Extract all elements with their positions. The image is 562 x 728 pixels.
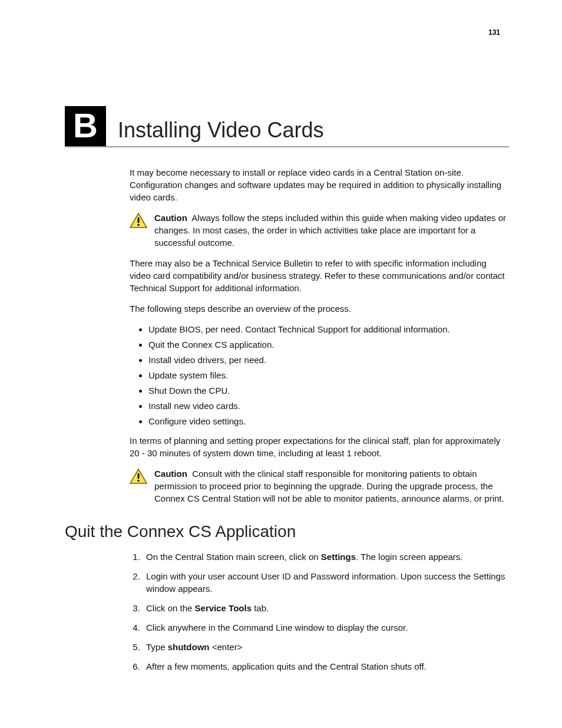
step-text: tab.	[252, 603, 269, 613]
list-item: Shut Down the CPU.	[148, 384, 509, 397]
overview-bullet-list: Update BIOS, per need. Contact Technical…	[130, 323, 509, 427]
planning-paragraph: In terms of planning and setting proper …	[130, 434, 509, 459]
caution-block-2: Caution Consult with the clinical staff …	[130, 467, 509, 505]
step-text: Click on the	[146, 603, 195, 613]
chapter-header: B Installing Video Cards	[65, 106, 509, 147]
steps-list: On the Central Station main screen, clic…	[130, 551, 509, 673]
step-bold: Service Tools	[195, 603, 252, 613]
step-text: . The login screen appears.	[356, 552, 463, 562]
list-item: Configure video settings.	[148, 415, 509, 427]
caution-text-2: Caution Consult with the clinical staff …	[154, 467, 509, 505]
caution-text-1: Caution Always follow the steps included…	[154, 212, 509, 249]
chapter-badge: B	[65, 106, 106, 146]
step-text: On the Central Station main screen, clic…	[146, 552, 321, 562]
list-item: Update system files.	[148, 369, 509, 381]
step-bold: Settings	[321, 552, 356, 562]
caution-block-1: Caution Always follow the steps included…	[130, 212, 509, 249]
step-item: Click anywhere in the Command Line windo…	[143, 621, 509, 634]
svg-rect-4	[138, 473, 140, 479]
step-item: After a few moments, application quits a…	[143, 660, 509, 673]
caution-icon	[130, 469, 147, 487]
caution-body: Always follow the steps included within …	[154, 213, 506, 248]
step-text: Type	[146, 642, 168, 652]
step-bold: shutdown	[168, 642, 210, 652]
document-page: 131 B Installing Video Cards It may beco…	[0, 0, 562, 715]
step-text: <enter>	[210, 642, 243, 652]
svg-rect-5	[138, 480, 140, 482]
steps-content: On the Central Station main screen, clic…	[130, 551, 509, 673]
svg-rect-2	[138, 224, 140, 226]
caution-icon	[130, 213, 147, 231]
section-title-quit: Quit the Connex CS Application	[65, 522, 509, 541]
list-item: Quit the Connex CS application.	[148, 338, 509, 351]
page-number: 131	[488, 28, 500, 37]
overview-paragraph: The following steps describe an overview…	[130, 302, 509, 315]
caution-label: Caution	[154, 469, 187, 479]
intro-paragraph: It may become necessary to install or re…	[130, 166, 509, 203]
caution-body: Consult with the clinical staff responsi…	[154, 469, 504, 503]
step-item: Click on the Service Tools tab.	[143, 602, 509, 614]
list-item: Update BIOS, per need. Contact Technical…	[148, 323, 509, 335]
list-item: Install new video cards.	[148, 400, 509, 412]
step-item: On the Central Station main screen, clic…	[143, 551, 509, 563]
caution-label: Caution	[154, 213, 187, 223]
chapter-title: Installing Video Cards	[118, 118, 324, 143]
step-item: Type shutdown <enter>	[143, 641, 509, 653]
list-item: Install video drivers, per need.	[148, 354, 509, 366]
step-item: Login with your user account User ID and…	[143, 570, 509, 595]
svg-rect-1	[138, 218, 140, 223]
body-content: It may become necessary to install or re…	[130, 166, 509, 505]
tsb-paragraph: There may also be a Technical Service Bu…	[130, 257, 509, 294]
